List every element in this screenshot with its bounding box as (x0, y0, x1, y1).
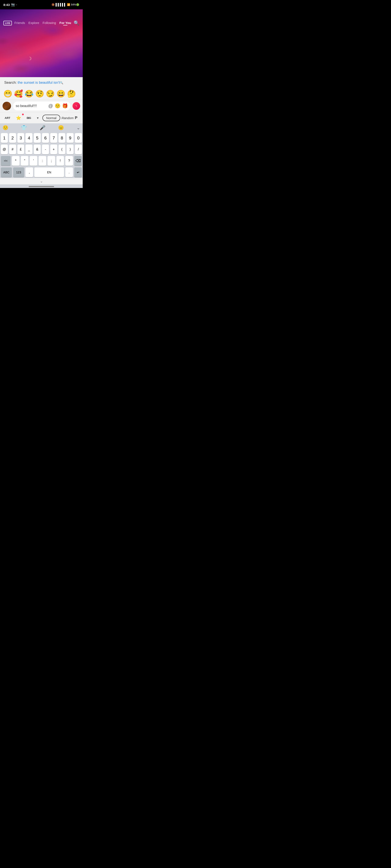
key-slash[interactable]: / (75, 145, 82, 154)
key-return[interactable]: ↵ (74, 167, 82, 177)
chevron-down-icon: ▾ (37, 116, 38, 120)
sticker-icon: ⭐ (16, 115, 21, 120)
key-at[interactable]: @ (1, 145, 8, 154)
tab-explore[interactable]: Explore (28, 21, 39, 25)
key-question[interactable]: ? (65, 156, 73, 166)
key-4[interactable]: 4 (25, 133, 32, 143)
font-p-button[interactable]: P (75, 116, 78, 120)
key-hash[interactable]: # (9, 145, 16, 154)
search-area: Search: the sunset is beautiful isn't🔍 (0, 77, 83, 87)
moon-icon: ☽ (28, 56, 32, 61)
send-arrow-icon: ↑ (74, 104, 78, 108)
gift-icon[interactable]: 🎁 (62, 103, 68, 109)
search-icon[interactable]: 🔍 (73, 20, 79, 26)
keyboard: 1 2 3 4 5 6 7 8 9 0 @ # £ _ & - + ( ) / … (0, 132, 83, 178)
keyboard-clothing-icon[interactable]: 👕 (21, 125, 27, 130)
key-semicolon[interactable]: ; (48, 156, 55, 166)
emoji-grinning[interactable]: 😁 (3, 89, 12, 98)
key-colon[interactable]: : (38, 156, 46, 166)
notification-dot (22, 114, 24, 115)
tab-friends[interactable]: Friends (14, 21, 25, 25)
key-minus[interactable]: - (42, 145, 49, 154)
keyboard-emoji-icon[interactable]: 🙂 (3, 125, 8, 130)
send-button[interactable]: ↑ (72, 102, 80, 110)
gesture-pill (29, 186, 54, 187)
comment-input-row[interactable]: so beautiful!!!! @ 🙂 🎁 (13, 101, 70, 111)
mute-icon: 🔕 (52, 3, 55, 6)
chevron-down-icon: ⌄ (40, 179, 43, 184)
hero-area: ☽ LIVE Friends Explore Following For You… (0, 9, 83, 77)
font-art-button[interactable]: ART (3, 115, 12, 121)
font-sticker-button[interactable]: ⭐ (14, 114, 23, 122)
battery-icon: 84%🟢 (71, 3, 79, 6)
key-pound[interactable]: £ (18, 145, 24, 154)
avatar[interactable] (3, 102, 11, 110)
key-asterisk[interactable]: * (12, 156, 20, 166)
wifi-icon: 📶 (67, 3, 70, 6)
keyboard-symbol-row2: =\< * " ' : ; ! ? ⌫ (0, 155, 83, 166)
key-equals-backslash[interactable]: =\< (1, 156, 10, 166)
key-exclaim[interactable]: ! (56, 156, 64, 166)
nav-bar: LIVE Friends Explore Following For You 🔍 (0, 19, 83, 28)
tab-for-you[interactable]: For You (59, 21, 71, 25)
keyboard-bottom-row: ABC 123 , EN . ↵ (0, 166, 83, 178)
key-rparen[interactable]: ) (67, 145, 73, 154)
key-3[interactable]: 3 (18, 133, 24, 143)
nav-tabs: Friends Explore Following For You (14, 21, 71, 25)
key-9[interactable]: 9 (67, 133, 73, 143)
emoji-laughing[interactable]: 😂 (25, 89, 33, 98)
emoji-hearts[interactable]: 🥰 (14, 89, 23, 98)
key-8[interactable]: 8 (59, 133, 65, 143)
emoji-picker-icon[interactable]: 🙂 (55, 103, 60, 109)
search-icon-small: 🔍 (60, 81, 63, 84)
keyboard-toolbar: 🙂 👕 🎤 😐 ⌄ (0, 123, 83, 132)
tab-following[interactable]: Following (42, 21, 56, 25)
key-space[interactable]: EN (34, 167, 64, 177)
nav-live-button[interactable]: LIVE (3, 21, 12, 25)
key-underscore[interactable]: _ (25, 145, 32, 154)
key-lparen[interactable]: ( (59, 145, 65, 154)
font-big-button[interactable]: BIG (25, 115, 33, 121)
font-random-button[interactable]: Random (61, 116, 73, 120)
font-dropdown-button[interactable]: ▾ (34, 115, 41, 121)
font-normal-button[interactable]: Normal (42, 115, 60, 121)
key-comma[interactable]: , (25, 167, 33, 177)
signal-icon: ▌▌▌▌▌ (56, 3, 66, 6)
avatar-image (3, 102, 11, 110)
time: 8:43 (3, 3, 10, 6)
key-squote[interactable]: ' (30, 156, 37, 166)
key-dquote[interactable]: " (21, 156, 28, 166)
key-5[interactable]: 5 (34, 133, 41, 143)
keyboard-symbol-row1: @ # £ _ & - + ( ) / (0, 144, 83, 155)
key-backspace[interactable]: ⌫ (74, 156, 82, 166)
keyboard-mic-icon[interactable]: 🎤 (40, 125, 46, 130)
key-period[interactable]: . (65, 167, 73, 177)
key-abc[interactable]: ABC (1, 167, 12, 177)
comment-area: so beautiful!!!! @ 🙂 🎁 ↑ (0, 100, 83, 112)
keyboard-dismiss-icon[interactable]: ⌄ (77, 125, 80, 130)
key-7[interactable]: 7 (50, 133, 57, 143)
emoji-raised-eyebrow[interactable]: 🤨 (35, 89, 44, 98)
key-ampersand[interactable]: & (34, 145, 41, 154)
mention-icon[interactable]: @ (48, 103, 53, 109)
dot-indicator: • (16, 4, 17, 6)
key-2[interactable]: 2 (9, 133, 16, 143)
bottom-chevron[interactable]: ⌄ (0, 178, 83, 184)
key-1[interactable]: 1 (1, 133, 8, 143)
gesture-bar (0, 184, 83, 188)
status-left: 8:43 📷 • (3, 3, 17, 6)
emoji-sweat-smile[interactable]: 😄 (56, 89, 65, 98)
key-6[interactable]: 6 (42, 133, 49, 143)
key-0[interactable]: 0 (75, 133, 82, 143)
font-style-bar: ART ⭐ BIG ▾ Normal Random P (0, 112, 83, 123)
status-bar: 8:43 📷 • 🔕 ▌▌▌▌▌ 📶 84%🟢 (0, 0, 83, 9)
key-123[interactable]: 123 (13, 167, 24, 177)
emoji-row: 😁 🥰 😂 🤨 😏 😄 🤔 (0, 87, 83, 100)
search-query[interactable]: the sunset is beautiful isn't (18, 81, 60, 85)
key-plus[interactable]: + (50, 145, 57, 154)
comment-text: so beautiful!!!! (16, 104, 47, 108)
emoji-thinking[interactable]: 🤔 (67, 89, 76, 98)
keyboard-face-icon[interactable]: 😐 (58, 125, 64, 130)
emoji-smirking[interactable]: 😏 (46, 89, 55, 98)
status-right: 🔕 ▌▌▌▌▌ 📶 84%🟢 (52, 3, 79, 6)
